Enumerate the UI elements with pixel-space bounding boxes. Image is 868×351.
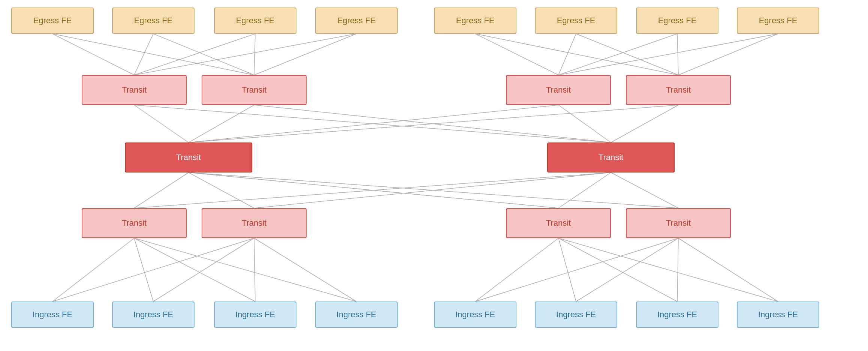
transit-mid-l[interactable]: Transit	[125, 142, 252, 172]
svg-line-1	[134, 34, 153, 75]
ingress-fe-l2[interactable]: Ingress FE	[112, 302, 195, 328]
ingress-fe-r1[interactable]: Ingress FE	[434, 302, 516, 328]
egress-fe-l4[interactable]: Egress FE	[315, 8, 398, 34]
svg-line-44	[475, 34, 678, 75]
svg-line-6	[254, 34, 255, 75]
svg-line-19	[254, 172, 611, 208]
svg-line-16	[134, 172, 189, 208]
svg-line-40	[475, 34, 558, 75]
connections-svg	[0, 0, 868, 351]
svg-line-8	[134, 105, 189, 142]
svg-line-11	[254, 105, 611, 142]
svg-line-23	[611, 172, 678, 208]
svg-line-25	[134, 238, 153, 302]
svg-line-3	[134, 34, 356, 75]
diagram-container: Egress FE Egress FE Egress FE Egress FE …	[0, 0, 868, 351]
svg-line-5	[153, 34, 254, 75]
ingress-fe-l3[interactable]: Ingress FE	[214, 302, 296, 328]
svg-line-30	[254, 238, 255, 302]
ingress-fe-l4[interactable]: Ingress FE	[315, 302, 398, 328]
transit-top-l1[interactable]: Transit	[82, 75, 187, 105]
svg-line-28	[52, 238, 254, 302]
transit-top-r1[interactable]: Transit	[506, 75, 611, 105]
svg-line-12	[189, 105, 558, 142]
egress-fe-r4[interactable]: Egress FE	[737, 8, 819, 34]
svg-line-39	[678, 238, 778, 302]
egress-fe-r3[interactable]: Egress FE	[636, 8, 718, 34]
ingress-fe-r3[interactable]: Ingress FE	[636, 302, 718, 328]
egress-fe-l3[interactable]: Egress FE	[214, 8, 296, 34]
svg-line-43	[558, 34, 778, 75]
svg-line-35	[558, 238, 778, 302]
svg-line-38	[677, 238, 678, 302]
egress-fe-r1[interactable]: Egress FE	[434, 8, 516, 34]
transit-top-l2[interactable]: Transit	[202, 75, 307, 105]
svg-line-27	[134, 238, 356, 302]
svg-line-20	[189, 172, 558, 208]
transit-bot-l1[interactable]: Transit	[82, 208, 187, 238]
svg-line-41	[558, 34, 576, 75]
svg-line-47	[678, 34, 778, 75]
svg-line-22	[558, 172, 611, 208]
svg-line-32	[475, 238, 558, 302]
svg-line-42	[558, 34, 677, 75]
svg-line-31	[254, 238, 356, 302]
transit-mid-r[interactable]: Transit	[547, 142, 675, 172]
transit-bot-r2[interactable]: Transit	[626, 208, 731, 238]
svg-line-33	[558, 238, 576, 302]
svg-line-13	[189, 105, 678, 142]
transit-bot-l2[interactable]: Transit	[202, 208, 307, 238]
svg-line-46	[677, 34, 678, 75]
svg-line-36	[475, 238, 678, 302]
svg-line-24	[52, 238, 134, 302]
svg-line-37	[576, 238, 678, 302]
svg-line-9	[189, 105, 254, 142]
svg-line-34	[558, 238, 677, 302]
svg-line-15	[611, 105, 678, 142]
transit-bot-r1[interactable]: Transit	[506, 208, 611, 238]
svg-line-14	[558, 105, 611, 142]
svg-line-26	[134, 238, 255, 302]
ingress-fe-r2[interactable]: Ingress FE	[535, 302, 617, 328]
svg-line-10	[134, 105, 611, 142]
svg-line-4	[52, 34, 254, 75]
egress-fe-l2[interactable]: Egress FE	[112, 8, 195, 34]
transit-top-r2[interactable]: Transit	[626, 75, 731, 105]
svg-line-45	[576, 34, 678, 75]
egress-fe-l1[interactable]: Egress FE	[11, 8, 94, 34]
svg-line-0	[52, 34, 134, 75]
svg-line-29	[153, 238, 254, 302]
svg-line-18	[134, 172, 611, 208]
ingress-fe-l1[interactable]: Ingress FE	[11, 302, 94, 328]
svg-line-17	[189, 172, 254, 208]
svg-line-21	[189, 172, 678, 208]
svg-line-7	[254, 34, 356, 75]
svg-line-2	[134, 34, 255, 75]
ingress-fe-r4[interactable]: Ingress FE	[737, 302, 819, 328]
egress-fe-r2[interactable]: Egress FE	[535, 8, 617, 34]
